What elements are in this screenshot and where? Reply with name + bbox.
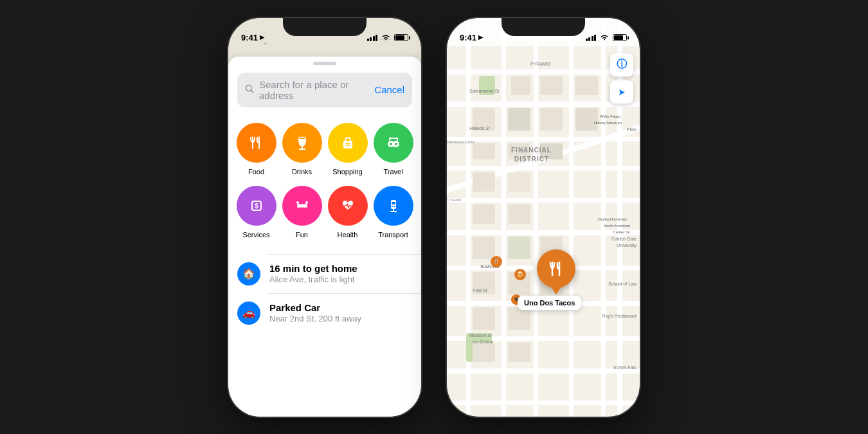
status-icons-right bbox=[586, 33, 628, 42]
suggestion-home-subtitle: Alice Ave, traffic is light bbox=[269, 275, 412, 284]
svg-rect-6 bbox=[343, 141, 352, 149]
travel-icon-circle bbox=[374, 123, 413, 163]
osaka-label: Osaka University bbox=[598, 217, 627, 221]
sacramento-label: Sacramento St bbox=[469, 89, 499, 93]
sheet-handle bbox=[313, 62, 336, 65]
screen-right: PYRAMID Sacramento St Halleck St FINANCI… bbox=[447, 18, 640, 417]
signal-icon-left bbox=[367, 35, 378, 41]
center-label: Center for bbox=[613, 230, 630, 234]
svg-point-15 bbox=[390, 143, 392, 145]
battery-icon-right bbox=[613, 34, 627, 41]
transport-icon-circle bbox=[374, 186, 413, 226]
saint-marys-label: D SAINT bbox=[447, 198, 462, 202]
search-icon bbox=[245, 84, 254, 95]
category-shopping[interactable]: Shopping bbox=[325, 118, 370, 181]
university-label: University bbox=[617, 243, 637, 248]
drinks-icon-circle bbox=[282, 123, 322, 163]
history-museum-label: History Museum bbox=[594, 121, 622, 125]
transport-label: Transport bbox=[378, 231, 408, 239]
wells-fargo-label: Wells Fargo bbox=[600, 114, 620, 118]
svg-line-1 bbox=[251, 91, 254, 93]
svg-point-16 bbox=[395, 143, 397, 145]
category-transport[interactable]: Transport bbox=[370, 181, 416, 244]
search-placeholder: Search for a place or address bbox=[259, 79, 364, 101]
school-label: School of Law bbox=[608, 282, 637, 286]
location-arrow-right: ▶ bbox=[478, 34, 483, 41]
fun-icon-circle bbox=[282, 186, 322, 226]
category-fun[interactable]: Fun bbox=[279, 181, 325, 244]
wifi-icon-right bbox=[600, 33, 609, 42]
north-american-label: North American bbox=[604, 224, 630, 228]
museum-label: Museum of bbox=[469, 333, 492, 338]
halleck-label: Halleck St bbox=[469, 126, 490, 131]
time-display-right: 9:41 ▶ bbox=[460, 33, 483, 42]
health-icon-circle bbox=[328, 186, 368, 226]
screen-left: Y A ───── 9:41 ▶ bbox=[228, 18, 421, 417]
food-icon-circle bbox=[237, 123, 276, 163]
fun-label: Fun bbox=[296, 231, 308, 239]
services-label: Services bbox=[242, 231, 269, 239]
travel-label: Travel bbox=[383, 168, 402, 176]
search-bar[interactable]: Search for a place or address Cancel bbox=[237, 73, 412, 107]
svg-point-21 bbox=[301, 204, 303, 208]
suggestion-parked-car[interactable]: 🚗 Parked Car Near 2nd St, 200 ft away bbox=[228, 294, 421, 332]
right-phone: PYRAMID Sacramento St Halleck St FINANCI… bbox=[447, 18, 640, 417]
category-drinks[interactable]: Drinks bbox=[279, 118, 325, 181]
suggestion-home-title: 16 min to get home bbox=[269, 263, 412, 274]
drinks-label: Drinks bbox=[292, 168, 312, 176]
suggestion-home-text: 16 min to get home Alice Ave, traffic is… bbox=[269, 263, 412, 284]
time-display-left: 9:41 ▶ bbox=[241, 33, 264, 42]
svg-rect-29 bbox=[392, 202, 395, 204]
restaurant-pin[interactable] bbox=[537, 249, 575, 301]
financial-district-label: FINANCIAL bbox=[511, 147, 552, 154]
health-label: Health bbox=[338, 231, 358, 239]
wifi-icon-left bbox=[381, 33, 390, 42]
food-label: Food bbox=[248, 168, 264, 176]
golden-gate-label: Golden Gate bbox=[611, 237, 637, 241]
suggestion-home[interactable]: 🏠 16 min to get home Alice Ave, traffic … bbox=[228, 255, 421, 293]
suggestion-car-title: Parked Car bbox=[269, 302, 412, 313]
svg-rect-11 bbox=[392, 141, 395, 147]
suggestion-car-text: Parked Car Near 2nd St, 200 ft away bbox=[269, 302, 412, 323]
suggestion-car-subtitle: Near 2nd St, 200 ft away bbox=[269, 314, 412, 323]
place-label[interactable]: Uno Dos Tacos bbox=[518, 296, 581, 310]
roys-label: Roy's Restaurant bbox=[602, 314, 637, 318]
svg-rect-30 bbox=[392, 206, 393, 207]
ice-cream-label: Ice Cream bbox=[473, 339, 493, 344]
location-arrow-left: ▶ bbox=[260, 34, 264, 41]
battery-icon-left bbox=[394, 34, 408, 41]
svg-text:$: $ bbox=[255, 203, 258, 210]
location-button[interactable]: ➤ bbox=[610, 80, 633, 104]
shopping-label: Shopping bbox=[332, 168, 363, 176]
status-icons-left bbox=[367, 33, 409, 42]
hops-dot: 🍺 bbox=[514, 269, 526, 280]
philz-label: Philz bbox=[627, 127, 637, 132]
cancel-button[interactable]: Cancel bbox=[369, 84, 404, 95]
pyramid-label: PYRAMID bbox=[530, 62, 551, 66]
svg-rect-31 bbox=[394, 206, 395, 207]
district-label: DISTRICT bbox=[514, 156, 549, 163]
category-health[interactable]: Health bbox=[325, 181, 370, 244]
car-icon: 🚗 bbox=[237, 302, 260, 325]
dragon-gate-label: DRAGON GATE bbox=[447, 140, 475, 144]
post-st-label: Post St bbox=[473, 288, 487, 293]
left-phone: Y A ───── 9:41 ▶ bbox=[228, 18, 421, 417]
map-dot-1: 🍴 bbox=[491, 256, 502, 267]
info-button[interactable]: ⓘ bbox=[610, 53, 633, 77]
notch-left bbox=[283, 18, 366, 36]
category-services[interactable]: $ Services bbox=[233, 181, 279, 244]
notch-right bbox=[502, 18, 585, 36]
pin-circle bbox=[537, 249, 575, 288]
map-controls: ⓘ ➤ bbox=[610, 53, 633, 104]
shopping-icon-circle bbox=[328, 123, 368, 163]
home-icon: 🏠 bbox=[237, 262, 260, 285]
category-food[interactable]: Food bbox=[233, 118, 279, 181]
bottom-sheet: Search for a place or address Cancel bbox=[228, 57, 421, 417]
soma-label: SOMA Eats bbox=[613, 365, 637, 370]
services-icon-circle: $ bbox=[237, 186, 276, 226]
category-grid: Food Drinks bbox=[228, 118, 421, 254]
signal-icon-right bbox=[586, 35, 597, 41]
category-travel[interactable]: Travel bbox=[370, 118, 416, 181]
pin-tail bbox=[551, 287, 561, 294]
